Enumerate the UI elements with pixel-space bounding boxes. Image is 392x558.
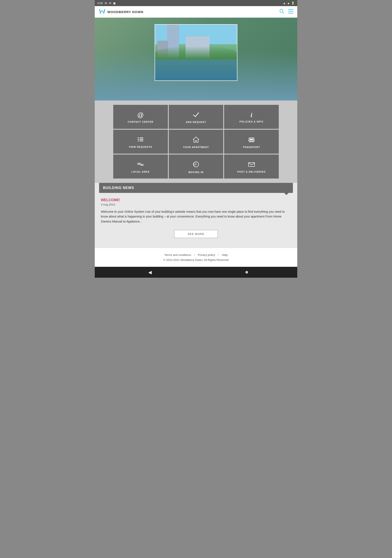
transport-label: TRANSPORT (243, 146, 260, 148)
bottom-nav-bar: ◀ (95, 267, 297, 278)
transport-icon (248, 136, 255, 144)
footer-sep-1: / (194, 253, 195, 257)
svg-rect-7 (138, 140, 139, 141)
terms-link[interactable]: Terms and conditions (164, 253, 191, 257)
menu-grid-section: @ CONTACT CENTER ADD REQUEST i POLICIES … (95, 100, 297, 183)
status-bar-left: 6:00 ⚙ ✉ ▣ (97, 1, 116, 5)
brand-name: WOODBERRY DOWN (107, 10, 144, 14)
building-illustration (155, 25, 237, 80)
moving-in-icon (193, 161, 199, 169)
search-button[interactable] (279, 9, 284, 15)
svg-point-14 (249, 141, 251, 142)
svg-line-1 (282, 12, 284, 13)
see-more-button[interactable]: SEE MORE (174, 230, 218, 238)
battery-icon: 🔋 (291, 1, 295, 5)
view-requests-tile[interactable]: VIEW REQUESTS (113, 130, 168, 154)
svg-marker-11 (193, 137, 199, 142)
svg-rect-5 (138, 138, 139, 138)
top-nav: WOODBERRY DOWN (95, 6, 297, 18)
svg-marker-23 (140, 164, 141, 165)
news-section: BUILDING NEWS WELCOME! 4 Aug 2015 Welcom… (95, 183, 297, 248)
svg-rect-9 (140, 139, 143, 140)
time-display: 6:00 (97, 1, 103, 5)
trees (155, 46, 237, 59)
home-indicator[interactable] (246, 271, 248, 274)
news-content: WELCOME! 4 Aug 2015 Welcome to your Onli… (99, 193, 293, 242)
contact-center-label: CONTACT CENTER (128, 121, 153, 123)
hero-area (95, 18, 297, 100)
contact-center-tile[interactable]: @ CONTACT CENTER (113, 105, 168, 129)
logo-icon (99, 8, 106, 15)
policies-info-icon: i (251, 112, 252, 118)
add-request-label: ADD REQUEST (186, 121, 206, 123)
policies-info-label: POLICIES & INFO (239, 120, 264, 123)
local-area-label: LOCAL AREA (132, 170, 150, 173)
footer-sep-2: / (218, 253, 219, 257)
menu-button[interactable] (288, 9, 293, 14)
settings-icon: ⚙ (104, 1, 107, 5)
back-button[interactable]: ◀ (144, 268, 156, 277)
status-bar: 6:00 ⚙ ✉ ▣ ▲ ▲ 🔋 (95, 0, 297, 6)
news-article-title: WELCOME! (101, 198, 291, 202)
your-apartment-label: YOUR APARTMENT (183, 146, 209, 148)
local-area-tile[interactable]: LOCAL AREA (113, 155, 168, 179)
help-link[interactable]: Help (222, 253, 228, 257)
nav-icons (279, 9, 293, 15)
signal-icon: ▲ (287, 1, 290, 5)
news-section-title: BUILDING NEWS (103, 186, 134, 190)
your-apartment-tile[interactable]: YOUR APARTMENT (169, 130, 223, 154)
policies-info-tile[interactable]: i POLICIES & INFO (224, 105, 279, 129)
svg-rect-2 (288, 9, 293, 10)
post-deliveries-icon (248, 162, 255, 168)
hero-image (155, 24, 237, 81)
svg-rect-6 (138, 139, 139, 140)
add-request-icon (193, 112, 199, 119)
footer-copyright: © 2014-2021 Woodberry Down, All Rights R… (97, 258, 295, 262)
moving-in-tile[interactable]: MOVING IN (169, 155, 223, 179)
your-apartment-icon (193, 136, 199, 144)
news-header: BUILDING NEWS (99, 183, 293, 193)
post-deliveries-tile[interactable]: POST & DELIVERIES (224, 155, 279, 179)
contact-center-icon: @ (137, 112, 144, 118)
add-request-tile[interactable]: ADD REQUEST (169, 105, 223, 129)
news-article-body: Welcome to your Online System Use of you… (101, 209, 291, 224)
menu-grid: @ CONTACT CENTER ADD REQUEST i POLICIES … (113, 105, 279, 179)
footer-links: Terms and conditions / Privacy policy / … (97, 253, 295, 257)
svg-rect-10 (140, 140, 143, 141)
footer: Terms and conditions / Privacy policy / … (95, 248, 297, 267)
wifi-icon: ▲ (283, 1, 286, 5)
svg-point-15 (252, 141, 254, 142)
post-deliveries-label: POST & DELIVERIES (237, 170, 266, 173)
moving-in-label: MOVING IN (188, 171, 203, 174)
email-icon: ✉ (109, 1, 111, 5)
svg-rect-3 (288, 11, 293, 12)
svg-rect-13 (250, 139, 254, 140)
privacy-link[interactable]: Privacy policy (198, 253, 215, 257)
svg-rect-8 (140, 138, 143, 138)
transport-tile[interactable]: TRANSPORT (224, 130, 279, 154)
battery-small-icon: ▣ (113, 1, 116, 5)
view-requests-label: VIEW REQUESTS (129, 146, 152, 148)
status-bar-right: ▲ ▲ 🔋 (283, 1, 295, 5)
logo-area: WOODBERRY DOWN (99, 8, 144, 15)
svg-rect-4 (288, 13, 293, 14)
svg-marker-22 (140, 163, 141, 164)
news-article-date: 4 Aug 2015 (101, 203, 291, 206)
view-requests-icon (137, 137, 144, 143)
local-area-icon (137, 162, 144, 168)
